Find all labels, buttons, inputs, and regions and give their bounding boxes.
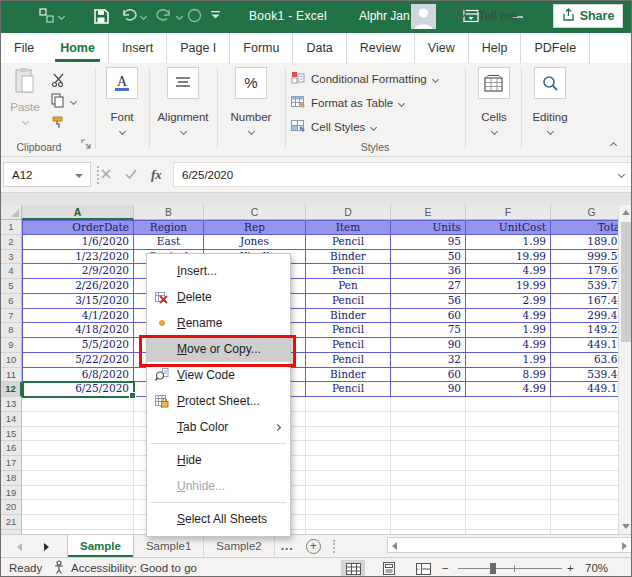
cell-F7[interactable]: 4.99	[466, 309, 551, 324]
cell-E9[interactable]: 90	[391, 338, 466, 353]
cell-F5[interactable]: 19.99	[466, 279, 551, 294]
name-box-dropdown-icon[interactable]	[75, 174, 83, 178]
column-header-D[interactable]: D	[306, 205, 391, 220]
vertical-scrollbar[interactable]	[618, 205, 632, 534]
cell-D12[interactable]: Pencil	[306, 382, 391, 397]
new-sheet-button[interactable]: +	[306, 535, 321, 557]
cell-E1[interactable]: Units	[391, 220, 466, 235]
cell-A19[interactable]	[22, 486, 134, 501]
cell-G1[interactable]: Total	[551, 220, 618, 235]
column-header-B[interactable]: B	[134, 205, 204, 220]
cell-G7[interactable]: 299.40	[551, 309, 618, 324]
chevron-down-icon[interactable]	[119, 128, 126, 135]
accessibility-status[interactable]: Accessibility: Good to go	[53, 558, 197, 577]
cell-G12[interactable]: 449.10	[551, 382, 618, 397]
menu-item-protect-sheet[interactable]: Protect Sheet...	[147, 388, 290, 414]
row-header-17[interactable]: 17	[1, 456, 22, 471]
cell-G2[interactable]: 189.05	[551, 235, 618, 250]
cell-E8[interactable]: 75	[391, 323, 466, 338]
scrollbar-thumb[interactable]	[621, 222, 631, 342]
cell-D18[interactable]	[306, 471, 391, 486]
chevron-down-icon[interactable]	[491, 128, 498, 135]
touch-mode-icon[interactable]	[39, 8, 54, 23]
menu-item-insert[interactable]: Insert...	[147, 258, 290, 284]
cell-G18[interactable]	[551, 471, 618, 486]
cell-G11[interactable]: 539.40	[551, 368, 618, 383]
column-header-G[interactable]: G	[551, 205, 618, 220]
cell-D15[interactable]	[306, 427, 391, 442]
row-header-12[interactable]: 12	[1, 382, 22, 397]
cell-D3[interactable]: Binder	[306, 250, 391, 265]
cell-C1[interactable]: Rep	[204, 220, 306, 235]
row-header-2[interactable]: 2	[1, 235, 22, 250]
cell-F13[interactable]	[466, 397, 551, 412]
cell-E20[interactable]	[391, 500, 466, 515]
enter-icon[interactable]	[125, 168, 137, 182]
format-painter-icon[interactable]	[51, 115, 66, 133]
cell-G9[interactable]: 449.10	[551, 338, 618, 353]
row-header-9[interactable]: 9	[1, 338, 22, 353]
cell-E11[interactable]: 60	[391, 368, 466, 383]
menu-item-tab-color[interactable]: Tab Color	[147, 414, 290, 440]
cell-D10[interactable]: Pencil	[306, 353, 391, 368]
page-break-preview-button[interactable]	[411, 560, 435, 577]
cell-A15[interactable]	[22, 427, 134, 442]
horizontal-scrollbar[interactable]	[387, 537, 632, 553]
cell-F21[interactable]	[466, 515, 551, 530]
cell-E2[interactable]: 95	[391, 235, 466, 250]
undo-icon[interactable]	[121, 8, 137, 22]
cell-F15[interactable]	[466, 427, 551, 442]
formula-input[interactable]: 6/25/2020	[173, 162, 632, 187]
cell-E6[interactable]: 56	[391, 294, 466, 309]
cell-A14[interactable]	[22, 412, 134, 427]
column-header-F[interactable]: F	[466, 205, 551, 220]
tab-insert[interactable]: Insert	[108, 33, 166, 63]
cell-D6[interactable]: Pencil	[306, 294, 391, 309]
scroll-down-icon[interactable]	[622, 524, 630, 529]
row-header-14[interactable]: 14	[1, 412, 22, 427]
cell-F3[interactable]: 19.99	[466, 250, 551, 265]
cell-G20[interactable]	[551, 500, 618, 515]
number-button[interactable]: %	[235, 67, 267, 99]
cell-E14[interactable]	[391, 412, 466, 427]
tell-me-label[interactable]: Tell me	[478, 9, 518, 23]
cell-D16[interactable]	[306, 441, 391, 456]
cell-A5[interactable]: 2/26/2020	[22, 279, 134, 294]
formula-bar-expand-icon[interactable]	[618, 171, 625, 178]
cut-icon[interactable]	[51, 73, 66, 90]
cell-A13[interactable]	[22, 397, 134, 412]
menu-item-select-all-sheets[interactable]: Select All Sheets	[147, 506, 290, 532]
cell-D14[interactable]	[306, 412, 391, 427]
cell-F12[interactable]: 4.99	[466, 382, 551, 397]
dialog-launcher-icon[interactable]	[81, 138, 91, 152]
cell-E21[interactable]	[391, 515, 466, 530]
cell-G8[interactable]: 149.25	[551, 323, 618, 338]
menu-item-hide[interactable]: Hide	[147, 447, 290, 473]
cell-A1[interactable]: OrderDate	[22, 220, 134, 235]
zoom-in-button[interactable]: +	[567, 558, 574, 577]
zoom-slider[interactable]	[458, 568, 562, 569]
cell-D2[interactable]: Pencil	[306, 235, 391, 250]
cell-A11[interactable]: 6/8/2020	[22, 368, 134, 383]
scroll-right-icon[interactable]	[622, 542, 627, 550]
row-header-4[interactable]: 4	[1, 264, 22, 279]
cell-E4[interactable]: 36	[391, 264, 466, 279]
cell-A7[interactable]: 4/1/2020	[22, 309, 134, 324]
cell-E17[interactable]	[391, 456, 466, 471]
cell-D9[interactable]: Pencil	[306, 338, 391, 353]
sheet-tab-sample1[interactable]: Sample1	[134, 535, 204, 557]
cell-styles-button[interactable]: Cell Styles	[291, 117, 376, 137]
cell-F6[interactable]: 2.99	[466, 294, 551, 309]
user-name[interactable]: Alphr Jan	[359, 9, 410, 23]
lightbulb-icon[interactable]	[453, 6, 468, 26]
conditional-formatting-button[interactable]: Conditional Formatting	[291, 69, 438, 89]
row-header-16[interactable]: 16	[1, 441, 22, 456]
row-header-5[interactable]: 5	[1, 279, 22, 294]
editing-button[interactable]	[534, 67, 566, 99]
row-header-1[interactable]: 1	[1, 220, 22, 235]
share-button[interactable]: Share	[553, 4, 623, 28]
cell-C2[interactable]: Jones	[204, 235, 306, 250]
tab-data[interactable]: Data	[292, 33, 345, 63]
row-header-13[interactable]: 13	[1, 397, 22, 412]
customize-qat-icon[interactable]	[211, 11, 220, 20]
